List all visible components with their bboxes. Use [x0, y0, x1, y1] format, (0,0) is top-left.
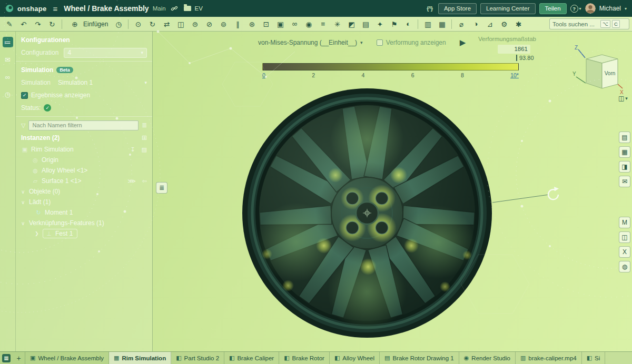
cylindrical-mate-icon[interactable]: ⊜	[188, 18, 202, 30]
fastened-mate-icon[interactable]: ⊙	[131, 18, 145, 30]
tree-item-moment-1[interactable]: ↻ Moment 1	[16, 207, 152, 218]
list-view-icon[interactable]: ≣	[142, 122, 147, 129]
share-button[interactable]: Teilen	[539, 3, 567, 14]
settings-icon[interactable]: ⚙	[497, 18, 511, 30]
isolate-window-icon[interactable]: ⊞	[142, 134, 147, 141]
app-globe-icon[interactable]: ◍	[619, 261, 630, 272]
tab-wheel-brake-assembly[interactable]: ▣ Wheel / Brake Assembly	[25, 352, 109, 364]
tab-brake-rotor-drawing-1[interactable]: ▤ Brake Rotor Drawing 1	[380, 352, 459, 364]
sketch-icon[interactable]: ✎	[3, 18, 16, 30]
share-link-icon[interactable]	[171, 5, 178, 12]
history-icon[interactable]: ◷	[112, 18, 125, 30]
planar-mate-icon[interactable]: ◫	[174, 18, 187, 30]
tab-icon: ◧	[176, 355, 181, 361]
result-type-select[interactable]: von-Mises-Spannung (__Einheit__) ▾	[258, 39, 363, 46]
replicate-icon[interactable]: ◩	[344, 18, 358, 30]
insert-instance-icon[interactable]: ↧	[130, 146, 135, 153]
app-cube-icon[interactable]: ◫	[619, 231, 630, 243]
tab-render-studio[interactable]: ◉ Render Studio	[459, 352, 516, 364]
section-view-icon[interactable]: ⊿	[483, 18, 497, 30]
user-avatar[interactable]	[585, 3, 596, 14]
measure-icon[interactable]: ⌀	[455, 18, 468, 30]
app-m-icon[interactable]: M	[619, 217, 630, 228]
tree-item-fest-1[interactable]: ❯ ⊥ Fest 1	[16, 228, 152, 239]
configuration-select[interactable]: 4 ▾	[64, 48, 147, 58]
deformation-scale-input[interactable]: 1861	[498, 45, 530, 54]
configurations-rail-icon[interactable]: ≔	[3, 37, 13, 47]
insert-button[interactable]: ⊕ Einfügen	[65, 18, 111, 30]
tab-label: Brake Rotor	[292, 355, 324, 361]
appearance-panel-icon[interactable]: ◨	[619, 161, 630, 173]
undo-icon[interactable]: ↶	[17, 18, 31, 30]
tree-item-alloy-wheel[interactable]: ◍ Alloy Wheel <1>	[16, 165, 152, 176]
revolute-mate-icon[interactable]: ↻	[145, 18, 159, 30]
snapshot-icon[interactable]: ◉	[302, 18, 315, 30]
tab-rim-simulation[interactable]: ▦ Rim Simulation	[109, 352, 171, 364]
comments-rail-icon[interactable]: ✉	[3, 54, 13, 65]
tool-search-input[interactable]	[552, 21, 599, 27]
exploded-view-icon[interactable]: ✦	[373, 18, 387, 30]
bom-table-icon[interactable]: ▦	[435, 18, 449, 30]
tree-section-loads[interactable]: ∨ Lädt (1)	[16, 197, 152, 207]
tree-flyout-button[interactable]: ≣	[156, 182, 167, 194]
named-positions-icon[interactable]: ⚑	[387, 18, 401, 30]
show-results-checkbox[interactable]: ✓	[21, 92, 28, 99]
ball-mate-icon[interactable]: ⊚	[216, 18, 230, 30]
app-x-icon[interactable]: X	[619, 246, 630, 258]
viewport-3d[interactable]: von-Mises-Spannung (__Einheit__) ▾ Verfo…	[153, 32, 632, 351]
featurescript-icon[interactable]: {^}	[427, 6, 432, 12]
circular-pattern-icon[interactable]: ✳	[330, 18, 344, 30]
help-menu[interactable]: ? ▾	[570, 5, 581, 13]
tab-brake-caliper[interactable]: ◧ Brake Caliper	[224, 352, 279, 364]
workspace-name[interactable]: Main	[153, 5, 166, 12]
parts-list-panel-icon[interactable]: ▦	[619, 146, 630, 158]
properties-panel-icon[interactable]: ▤	[619, 132, 630, 143]
view-options-button[interactable]: ◫ ▾	[618, 95, 628, 102]
relation-icon[interactable]: ∞	[288, 18, 301, 30]
group-icon[interactable]: ▣	[273, 18, 287, 30]
tree-section-objects[interactable]: ∨ Objekte (0)	[16, 186, 152, 197]
tab-manager-button[interactable]: ▦	[2, 354, 11, 362]
comments-panel-icon[interactable]: ✉	[619, 176, 630, 187]
tree-item-rim-simulation[interactable]: ▣ Rim Simulation ↧ ▨	[16, 144, 152, 155]
tree-section-mate-features[interactable]: ∨ Verknüpfungs-Features (1)	[16, 218, 152, 228]
project-name[interactable]: EV	[195, 5, 203, 12]
view-cube[interactable]: Z Y X Vorn	[571, 43, 625, 96]
appearance-icon[interactable]: ◑	[469, 18, 482, 30]
pin-slot-mate-icon[interactable]: ⊘	[202, 18, 216, 30]
add-tab-button[interactable]: +	[13, 352, 25, 364]
display-states-icon[interactable]: ◐	[401, 18, 415, 30]
slider-mate-icon[interactable]: ⇄	[160, 18, 173, 30]
play-animation-button[interactable]: ▶	[460, 38, 466, 47]
tangent-relation-icon[interactable]: ⊛	[245, 18, 259, 30]
rollback-icon[interactable]: ↻	[45, 18, 59, 30]
parallel-relation-icon[interactable]: ∥	[231, 18, 244, 30]
link-rail-icon[interactable]: ∞	[3, 72, 13, 82]
tab-brake-rotor[interactable]: ◧ Brake Rotor	[279, 352, 330, 364]
main-menu-button[interactable]: ≡	[53, 4, 58, 13]
simulation-select-value[interactable]: Simulation 1	[58, 79, 93, 86]
filter-input[interactable]	[28, 120, 138, 130]
wheel-model[interactable]	[241, 87, 493, 339]
redo-icon[interactable]: ↷	[31, 18, 45, 30]
section-hatch-icon[interactable]: ▨	[142, 146, 147, 153]
back-arrow-icon[interactable]: ⇦	[142, 178, 147, 185]
history-rail-icon[interactable]: ◷	[3, 89, 13, 99]
drawing-icon[interactable]: ▥	[421, 18, 434, 30]
render-options-icon[interactable]: ✱	[511, 18, 525, 30]
user-name[interactable]: Michael	[599, 5, 621, 12]
learning-center-button[interactable]: Learning Center	[480, 3, 535, 14]
tree-item-surface-1[interactable]: ▱ Surface 1 <1> ⋙ ⇦	[16, 176, 152, 186]
suppress-icon[interactable]: ⋙	[127, 178, 136, 185]
tab-si[interactable]: ◧ Si	[582, 352, 606, 364]
simulation-panel: Konfigurationen Configuration 4 ▾ Simula…	[16, 32, 152, 351]
app-store-button[interactable]: App Store	[438, 3, 477, 14]
tree-item-origin[interactable]: ◎ Origin	[16, 155, 152, 165]
bom-icon[interactable]: ▤	[359, 18, 372, 30]
tab-brake-caliper-mp4[interactable]: ▥ brake-caliper.mp4	[516, 352, 582, 364]
linear-pattern-icon[interactable]: ≡	[316, 18, 330, 30]
tab-part-studio-2[interactable]: ◧ Part Studio 2	[171, 352, 224, 364]
mate-connector-icon[interactable]: ⊡	[259, 18, 273, 30]
show-deformation-checkbox[interactable]: Verformung anzeigen	[377, 39, 446, 46]
tab-alloy-wheel[interactable]: ◧ Alloy Wheel	[330, 352, 380, 364]
